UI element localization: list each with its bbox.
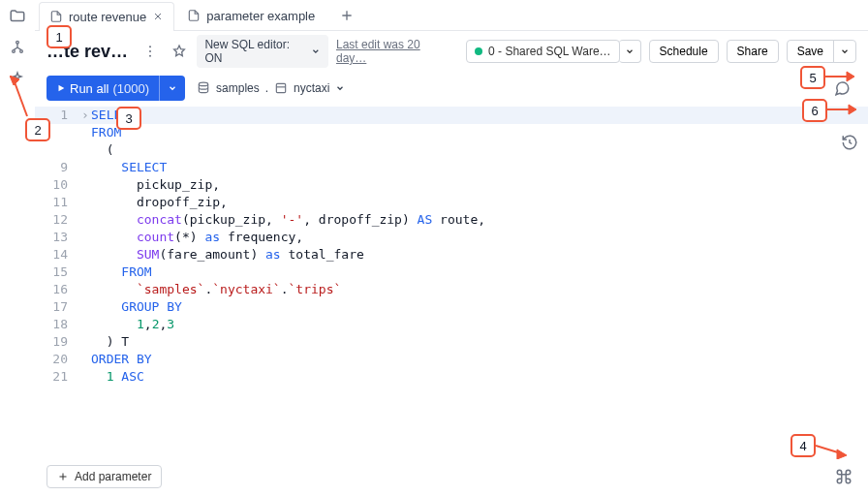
code-editor[interactable]: 1›SELECT FROM (9 SELECT10 pickup_zip,11 … bbox=[35, 105, 868, 496]
run-dropdown[interactable] bbox=[159, 76, 185, 101]
header-bar: …te reve... New SQL editor: ON Last edit… bbox=[35, 31, 868, 72]
schema-picker[interactable]: samples . nyctaxi bbox=[197, 81, 345, 95]
code-line[interactable]: 16 `samples`.`nyctaxi`.`trips` bbox=[35, 281, 868, 298]
run-label: Run all bbox=[70, 81, 108, 96]
line-number bbox=[35, 124, 78, 141]
editor-toggle[interactable]: New SQL editor: ON bbox=[197, 35, 328, 68]
database-icon bbox=[197, 81, 210, 95]
code-line[interactable]: 12 concat(pickup_zip, '-', dropoff_zip) … bbox=[35, 211, 868, 229]
tab-parameter-example[interactable]: parameter example bbox=[176, 1, 326, 30]
code-content: ) T bbox=[78, 333, 129, 351]
code-content: SELECT bbox=[78, 159, 167, 176]
line-number: 17 bbox=[35, 298, 78, 316]
schema-separator: . bbox=[265, 81, 268, 95]
code-content: 1,2,3 bbox=[78, 316, 174, 333]
code-content: GROUP BY bbox=[78, 298, 182, 316]
line-number: 15 bbox=[35, 264, 78, 281]
document-icon bbox=[49, 10, 63, 23]
star-icon[interactable] bbox=[169, 41, 189, 62]
tab-strip: route revenue parameter example bbox=[35, 0, 868, 31]
fold-icon[interactable]: › bbox=[81, 107, 91, 124]
code-line[interactable]: 11 dropoff_zip, bbox=[35, 194, 868, 211]
line-number: 13 bbox=[35, 229, 78, 246]
last-edit-link[interactable]: Last edit was 20 day… bbox=[336, 38, 450, 65]
code-content: SUM(fare_amount) as total_fare bbox=[78, 246, 364, 264]
line-number: 14 bbox=[35, 246, 78, 264]
code-line[interactable]: 19 ) T bbox=[35, 333, 868, 351]
warehouse-dropdown[interactable] bbox=[619, 40, 641, 63]
run-count: (1000) bbox=[112, 81, 149, 96]
code-content: 1 ASC bbox=[78, 368, 144, 386]
schedule-button[interactable]: Schedule bbox=[649, 40, 719, 63]
line-number: 11 bbox=[35, 194, 78, 211]
comments-icon[interactable] bbox=[831, 78, 852, 99]
warehouse-selector[interactable]: 0 - Shared SQL Ware… bbox=[466, 40, 620, 63]
code-content: FROM bbox=[78, 264, 152, 281]
svg-point-4 bbox=[149, 50, 151, 52]
document-icon bbox=[187, 9, 201, 22]
main-area: route revenue parameter example …te reve… bbox=[35, 0, 868, 496]
bottom-bar: Add parameter bbox=[35, 457, 868, 496]
page-title: …te reve... bbox=[46, 42, 133, 62]
folder-icon[interactable] bbox=[9, 8, 26, 25]
code-line[interactable]: 1›SELECT bbox=[35, 107, 868, 124]
close-icon[interactable] bbox=[152, 11, 164, 22]
code-content: FROM bbox=[78, 124, 121, 141]
toolbar: Run all (1000) samples . nyctaxi bbox=[35, 72, 868, 105]
save-button[interactable]: Save bbox=[787, 40, 834, 63]
code-line[interactable]: 21 1 ASC bbox=[35, 368, 868, 386]
add-parameter-button[interactable]: Add parameter bbox=[46, 465, 162, 488]
share-button[interactable]: Share bbox=[727, 40, 779, 63]
tab-label: parameter example bbox=[206, 9, 315, 23]
line-number: 16 bbox=[35, 281, 78, 298]
svg-rect-7 bbox=[276, 83, 285, 92]
line-number bbox=[35, 141, 78, 159]
line-number: 20 bbox=[35, 351, 78, 368]
editor-toggle-label: New SQL editor: ON bbox=[204, 38, 307, 65]
run-all-button[interactable]: Run all (1000) bbox=[46, 76, 185, 101]
svg-point-2 bbox=[20, 50, 23, 53]
code-content: ( bbox=[78, 141, 113, 159]
warehouse-label: 0 - Shared SQL Ware… bbox=[488, 45, 611, 58]
code-line[interactable]: 9 SELECT bbox=[35, 159, 868, 176]
more-menu-icon[interactable] bbox=[140, 41, 161, 62]
code-line[interactable]: 15 FROM bbox=[35, 264, 868, 281]
save-dropdown[interactable] bbox=[833, 40, 856, 63]
line-number: 10 bbox=[35, 176, 78, 194]
svg-point-0 bbox=[16, 41, 19, 44]
svg-point-6 bbox=[199, 82, 207, 86]
code-line[interactable]: 18 1,2,3 bbox=[35, 316, 868, 333]
code-line[interactable]: 17 GROUP BY bbox=[35, 298, 868, 316]
code-line[interactable]: FROM bbox=[35, 124, 868, 141]
code-line[interactable]: ( bbox=[35, 141, 868, 159]
keyboard-shortcuts-icon[interactable] bbox=[835, 468, 852, 485]
schema-icon bbox=[274, 81, 288, 95]
code-content: `samples`.`nyctaxi`.`trips` bbox=[78, 281, 341, 298]
history-icon[interactable] bbox=[839, 132, 860, 153]
code-content: dropoff_zip, bbox=[78, 194, 228, 211]
line-number: 19 bbox=[35, 333, 78, 351]
tab-route-revenue[interactable]: route revenue bbox=[39, 2, 174, 31]
status-dot-icon bbox=[475, 47, 482, 55]
code-line[interactable]: 14 SUM(fare_amount) as total_fare bbox=[35, 246, 868, 264]
code-content: count(*) as frequency, bbox=[78, 229, 303, 246]
add-parameter-label: Add parameter bbox=[75, 470, 151, 483]
schema-table: nyctaxi bbox=[294, 81, 329, 95]
code-line[interactable]: 10 pickup_zip, bbox=[35, 176, 868, 194]
tab-label: route revenue bbox=[69, 10, 146, 24]
code-content: ›SELECT bbox=[78, 107, 137, 124]
line-number: 9 bbox=[35, 159, 78, 176]
add-tab-button[interactable] bbox=[333, 2, 360, 29]
line-number: 21 bbox=[35, 368, 78, 386]
line-number: 18 bbox=[35, 316, 78, 333]
code-line[interactable]: 20 ORDER BY bbox=[35, 351, 868, 368]
left-rail bbox=[0, 0, 35, 496]
line-number: 12 bbox=[35, 211, 78, 229]
code-content: concat(pickup_zip, '-', dropoff_zip) AS … bbox=[78, 211, 485, 229]
code-content: pickup_zip, bbox=[78, 176, 220, 194]
sparkle-icon[interactable] bbox=[9, 70, 26, 87]
code-line[interactable]: 13 count(*) as frequency, bbox=[35, 229, 868, 246]
structure-icon[interactable] bbox=[9, 39, 26, 56]
svg-point-3 bbox=[149, 46, 151, 47]
line-number: 1 bbox=[35, 107, 78, 124]
